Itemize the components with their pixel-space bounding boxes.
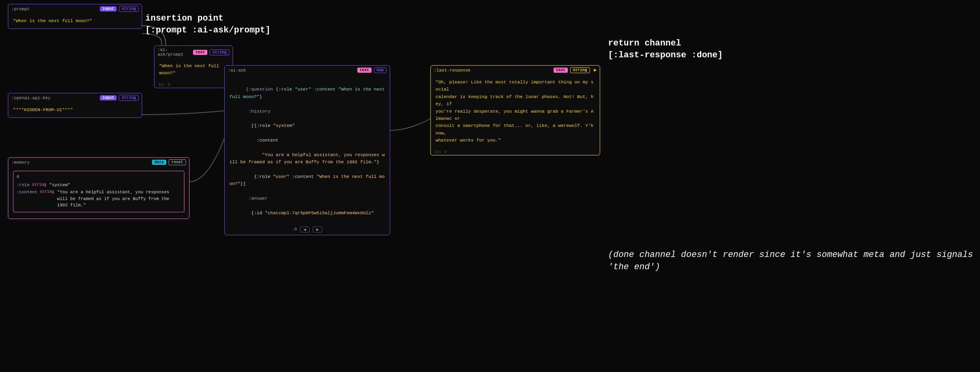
memory-role-value: "system" (49, 182, 70, 189)
last-response-badge-text: text (554, 68, 568, 73)
annotation-insertion-line1: insertion point (145, 13, 270, 25)
last-response-in: in: 0 (431, 148, 600, 155)
ai-ask-prev-btn[interactable]: ◄ (300, 227, 310, 232)
ai-ask-prompt-in: in: 0 (154, 81, 233, 88)
annotation-return-line1: return channel (608, 38, 723, 49)
memory-index-0: 0 (17, 174, 181, 180)
annotation-done-text: (done channel doesn't render since it's … (608, 250, 973, 272)
memory-badge-data: data (152, 160, 166, 165)
prompt-card-header: :prompt input string (8, 4, 142, 13)
ai-ask-header: :ai-ask text map (225, 66, 390, 75)
ai-ask-prompt-badge-text: text (193, 50, 207, 55)
memory-field-content: :content string "You are a helpful assis… (17, 189, 181, 209)
memory-title: :memory (11, 160, 30, 165)
last-response-badge-string: string (570, 67, 590, 73)
ai-ask-prompt-title: :ai-ask/prompt (158, 47, 188, 57)
annotation-insertion: insertion point [:prompt :ai-ask/prompt] (145, 13, 270, 36)
prompt-badge-string: string (119, 6, 139, 12)
memory-content-value: "You are a helpful assistant, you respon… (57, 189, 181, 209)
openai-badge-input: input (100, 95, 116, 100)
memory-content-key: :content (17, 189, 38, 196)
last-response-header: :last-response text string ► (431, 66, 600, 75)
ai-ask-prompt-header: :ai-ask/prompt text string (154, 46, 233, 59)
annotation-return-line2: [:last-response :done] (608, 49, 723, 61)
ai-ask-title: :ai-ask (228, 68, 246, 73)
openai-badge-string: string (119, 95, 139, 101)
prompt-badge-input: input (100, 6, 116, 11)
ai-ask-code: {:question {:role "user" :content "When … (229, 87, 387, 225)
prompt-card: :prompt input string "When is the next f… (8, 4, 142, 29)
ai-ask-body: {:question {:role "user" :content "When … (225, 75, 390, 225)
openai-card: :openai-api-key input string "***HIDDEN-… (8, 93, 142, 118)
memory-card: :memory data reset 0 :role string "syste… (8, 157, 190, 219)
openai-body: "***HIDDEN-FROM-UI***" (8, 102, 142, 117)
openai-title: :openai-api-key (11, 96, 51, 100)
ai-ask-prompt-badge-string: string (210, 49, 229, 55)
ai-ask-next-btn[interactable]: ► (313, 227, 322, 232)
prompt-title: :prompt (11, 7, 30, 11)
ai-ask-footer: -5 ◄ ► (225, 225, 390, 235)
memory-body: 0 :role string "system" :content string … (8, 167, 189, 219)
memory-role-type: string (32, 182, 46, 188)
prompt-body: "When is the next full moon?" (8, 13, 142, 28)
ai-ask-prompt-body: "When is the next full moon?" (154, 59, 233, 81)
ai-ask-card: :ai-ask text map {:question {:role "user… (224, 65, 390, 235)
last-response-card: :last-response text string ► "Oh, please… (430, 65, 600, 155)
last-response-body: "Oh, please! Like the most totally impor… (431, 75, 600, 148)
last-response-title: :last-response (434, 68, 470, 73)
annotation-insertion-line2: [:prompt :ai-ask/prompt] (145, 25, 270, 36)
ai-ask-badge-map: map (374, 67, 387, 73)
last-response-badge-arrow: ► (594, 68, 597, 73)
openai-header: :openai-api-key input string (8, 93, 142, 102)
memory-role-key: :role (17, 182, 30, 189)
memory-content-type: string (40, 189, 54, 195)
annotation-done: (done channel doesn't render since it's … (608, 249, 980, 274)
ai-ask-badge-text: text (357, 68, 372, 73)
ai-ask-prompt-card: :ai-ask/prompt text string "When is the … (154, 45, 233, 88)
annotation-return: return channel [:last-response :done] (608, 38, 723, 61)
memory-header: :memory data reset (8, 158, 189, 167)
ai-ask-page: -5 (292, 227, 297, 232)
memory-field-role: :role string "system" (17, 182, 181, 189)
memory-row-0: 0 :role string "system" :content string … (13, 171, 184, 212)
memory-badge-reset: reset (169, 159, 186, 165)
